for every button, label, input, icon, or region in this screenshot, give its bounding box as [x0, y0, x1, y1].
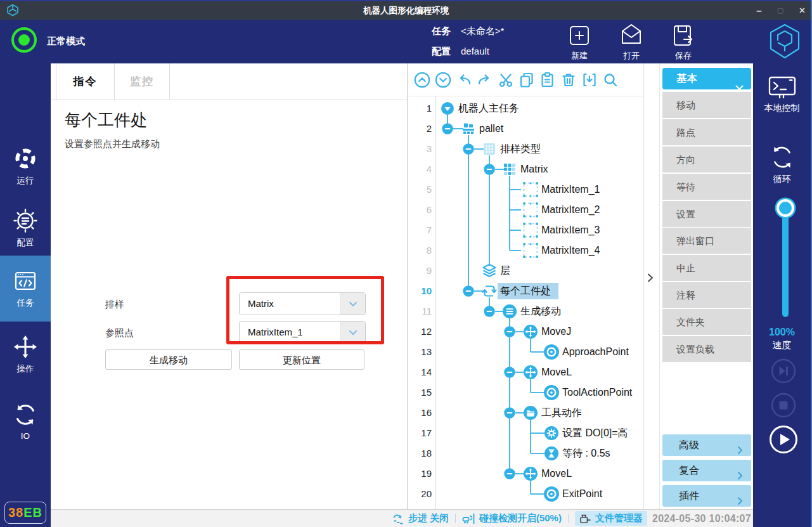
tree-row[interactable]: MatrixItem_3: [541, 220, 600, 240]
collapse-icon[interactable]: [504, 367, 515, 378]
tree-connector: [510, 250, 521, 251]
close-button[interactable]: ✕: [799, 6, 806, 15]
palette-category-basic[interactable]: 基本: [662, 68, 751, 89]
badge-text: 38: [8, 505, 23, 520]
window-top-border: [0, 0, 812, 1]
collapse-icon[interactable]: [504, 407, 515, 419]
tree-row[interactable]: 生成移动: [520, 301, 561, 322]
stop-button[interactable]: [771, 393, 796, 418]
palette-item-注释[interactable]: 注释: [662, 282, 751, 308]
speed-slider-thumb[interactable]: [777, 199, 794, 217]
collapse-icon[interactable]: [504, 326, 515, 337]
status-item-collision[interactable]: 碰撞检测开启(50%): [462, 512, 562, 524]
tree-row[interactable]: 等待 : 0.5s: [562, 443, 610, 464]
status-item-usb[interactable]: 文件管理器: [575, 511, 647, 526]
delete-icon[interactable]: [560, 72, 577, 88]
palette-item-设置负载[interactable]: 设置负载: [662, 336, 751, 362]
tree-row[interactable]: MoveL: [541, 464, 572, 484]
tree-row[interactable]: 排样类型: [500, 139, 541, 159]
line-number: 1: [408, 98, 432, 119]
copy-icon[interactable]: [519, 72, 535, 88]
circle-down-icon[interactable]: [435, 72, 451, 88]
search-icon[interactable]: [602, 72, 619, 88]
sidebar-item-运行[interactable]: 运行: [0, 137, 51, 195]
tree-row[interactable]: MatrixItem_4: [541, 240, 600, 261]
tree-connector: [510, 209, 521, 211]
play-button[interactable]: [769, 425, 798, 454]
collapse-icon[interactable]: [484, 306, 495, 317]
tree-row[interactable]: Matrix: [520, 159, 548, 179]
speed-slider-track[interactable]: [782, 208, 789, 317]
palette-item-路点[interactable]: 路点: [662, 119, 751, 145]
palette-group-高级[interactable]: 高级: [662, 434, 751, 456]
skip-button[interactable]: [771, 358, 796, 384]
sidebar-item-label: 运行: [17, 175, 34, 186]
line-number: 10: [408, 281, 432, 301]
speed-value: 100%: [753, 327, 811, 338]
circle-up-icon[interactable]: [414, 72, 430, 88]
tree-row[interactable]: 每个工件处: [500, 281, 551, 301]
palette-item-移动[interactable]: 移动: [662, 92, 751, 118]
collapse-icon[interactable]: [484, 164, 495, 175]
usb-icon: [579, 514, 592, 524]
tree-row[interactable]: ToolActionPoint: [562, 382, 632, 403]
collapse-icon[interactable]: [463, 143, 474, 155]
pattern-select-value: Matrix: [240, 293, 340, 315]
palette-item-设置[interactable]: 设置: [662, 201, 751, 227]
reference-point-select[interactable]: MatrixItem_1: [239, 321, 366, 344]
tree-row[interactable]: MatrixItem_2: [541, 200, 600, 220]
tree-connector: [530, 419, 531, 453]
line-number: 8: [408, 240, 432, 261]
tree-row[interactable]: MatrixItem_1: [541, 179, 600, 200]
pattern-select[interactable]: Matrix: [239, 292, 366, 315]
new-file-button[interactable]: 新建: [557, 22, 602, 62]
sidebar-item-操作[interactable]: 操作: [0, 325, 51, 384]
panel-expand-toggle[interactable]: [645, 63, 659, 509]
tree-connector: [495, 169, 504, 170]
tree-row[interactable]: ApproachPoint: [562, 342, 629, 362]
palette-item-等待[interactable]: 等待: [662, 174, 751, 200]
palette-group-复合[interactable]: 复合: [662, 460, 751, 481]
paste-icon[interactable]: [539, 72, 556, 88]
undo-icon[interactable]: [456, 72, 472, 88]
open-file-button[interactable]: 打开: [609, 22, 654, 62]
palette-group-插件[interactable]: 插件: [662, 485, 751, 507]
application-window: 机器人图形化编程环境 – ▢ ✕ 正常模式 任务 <未命名>* 配置 defau…: [0, 0, 812, 527]
sidebar-item-配置[interactable]: 配置: [0, 199, 51, 257]
collapse-icon[interactable]: [504, 468, 515, 479]
collapse-icon[interactable]: [442, 123, 453, 134]
collapse-icon[interactable]: [463, 285, 474, 297]
rightbar-tool-循环[interactable]: 循环: [753, 143, 811, 185]
expander-icon[interactable]: [441, 102, 454, 115]
update-position-button[interactable]: 更新位置: [239, 349, 364, 370]
palette-item-文件夹[interactable]: 文件夹: [662, 309, 751, 335]
insert-icon[interactable]: [581, 72, 598, 88]
generate-move-button[interactable]: 生成移动: [105, 349, 232, 370]
rightbar-tool-本地控制[interactable]: 本地控制: [753, 75, 811, 114]
header-action-label: 打开: [623, 50, 640, 62]
palette-item-中止[interactable]: 中止: [662, 255, 751, 281]
tree-row[interactable]: 设置 DO[0]=高: [562, 423, 628, 443]
tree-connector: [468, 135, 469, 286]
tree-row[interactable]: 层: [500, 261, 510, 281]
rightbar-tool-label: 循环: [773, 174, 791, 185]
tree-row[interactable]: MoveJ: [541, 322, 571, 342]
palette-item-弹出窗口[interactable]: 弹出窗口: [662, 228, 751, 254]
save-file-button[interactable]: 保存: [661, 22, 706, 62]
tree-row[interactable]: 机器人主任务: [458, 98, 519, 119]
maximize-button[interactable]: ▢: [777, 6, 783, 15]
tab-instruction[interactable]: 指令: [56, 63, 115, 100]
minimize-button[interactable]: –: [756, 5, 761, 16]
redo-icon[interactable]: [477, 72, 493, 88]
tree-row[interactable]: 工具动作: [541, 403, 582, 423]
tree-row[interactable]: pallet: [479, 119, 503, 139]
tree-row[interactable]: MoveL: [541, 362, 572, 382]
sidebar-item-IO[interactable]: IO: [0, 392, 51, 450]
line-number-divider: [435, 96, 436, 509]
palette-item-方向[interactable]: 方向: [662, 146, 751, 172]
tree-row[interactable]: ExitPoint: [562, 484, 602, 504]
sidebar-item-任务[interactable]: 任务: [0, 256, 51, 322]
tab-monitor[interactable]: 监控: [115, 63, 170, 100]
cut-icon[interactable]: [498, 72, 514, 88]
status-item-step[interactable]: 步进 关闭: [392, 512, 449, 524]
